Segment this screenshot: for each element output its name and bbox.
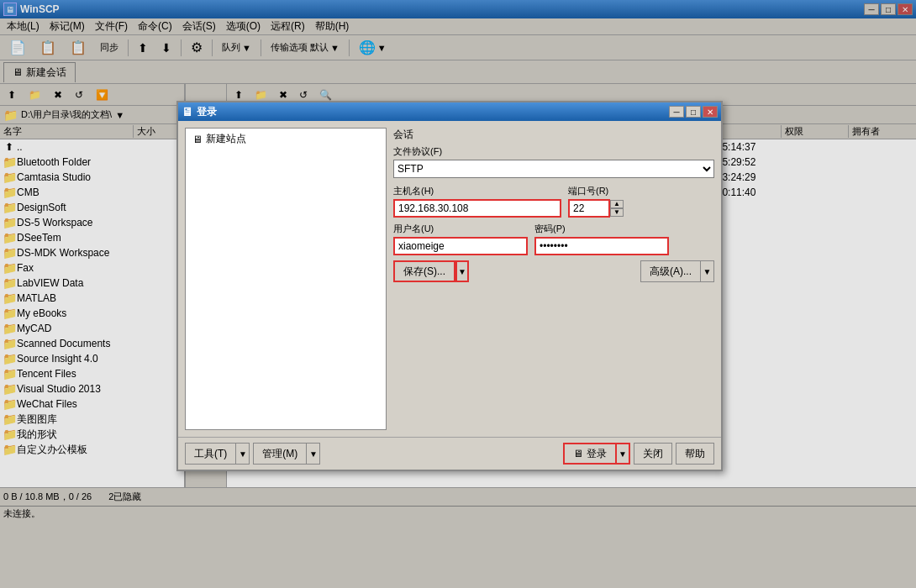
dialog-footer: 工具(T) ▼ 管理(M) ▼ 🖥 登录 ▼ [178, 437, 721, 470]
close-label: 关闭 [643, 447, 663, 461]
save-label: 保存(S)... [403, 265, 445, 279]
site-icon: 🖥 [192, 134, 203, 145]
dialog-icon: 🖥 [182, 105, 193, 118]
user-group: 用户名(U) [393, 223, 528, 255]
help-button[interactable]: 帮助 [676, 443, 714, 465]
port-input-group: ▲ ▼ [568, 199, 624, 218]
login-dropdown[interactable]: ▼ [617, 443, 630, 465]
advanced-dropdown[interactable]: ▼ [701, 260, 714, 282]
help-label: 帮助 [685, 447, 705, 461]
manage-label: 管理(M) [262, 447, 297, 461]
dialog-body: 🖥 新建站点 会话 文件协议(F) SFTP 主机名(H) [178, 121, 721, 437]
dialog-title-bar: 🖥 登录 ─ □ ✕ [178, 102, 721, 121]
dialog-close-btn[interactable]: ✕ [703, 106, 718, 118]
dialog-title-text: 登录 [197, 105, 217, 119]
host-input[interactable] [393, 199, 561, 218]
port-input[interactable] [568, 199, 610, 218]
advanced-group: 高级(A)... ▼ [640, 260, 714, 282]
tools-group: 工具(T) ▼ [185, 443, 250, 465]
footer-left: 工具(T) ▼ 管理(M) ▼ [185, 443, 320, 465]
save-button[interactable]: 保存(S)... [393, 260, 455, 282]
login-button[interactable]: 🖥 登录 [563, 443, 617, 465]
new-site-item[interactable]: 🖥 新建站点 [186, 129, 386, 150]
save-group: 保存(S)... ▼ [393, 260, 469, 282]
port-up[interactable]: ▲ [610, 200, 624, 208]
port-down[interactable]: ▼ [610, 208, 624, 217]
site-label: 新建站点 [206, 132, 246, 146]
login-label: 登录 [587, 447, 607, 461]
host-group: 主机名(H) [393, 185, 561, 218]
protocol-select[interactable]: SFTP [393, 160, 714, 178]
dialog-minimize-btn[interactable]: ─ [669, 106, 684, 118]
manage-group: 管理(M) ▼ [253, 443, 320, 465]
port-spinner: ▲ ▼ [610, 200, 624, 217]
footer-right: 🖥 登录 ▼ 关闭 帮助 [563, 443, 714, 465]
login-group: 🖥 登录 ▼ [563, 443, 630, 465]
host-label: 主机名(H) [393, 185, 561, 197]
dialog-tree: 🖥 新建站点 [185, 128, 387, 430]
tools-button[interactable]: 工具(T) [185, 443, 236, 465]
pass-group: 密码(P) [534, 223, 669, 255]
save-row: 保存(S)... ▼ 高级(A)... ▼ [393, 260, 714, 282]
dialog-maximize-btn[interactable]: □ [686, 106, 701, 118]
host-port-row: 主机名(H) 端口号(R) ▲ ▼ [393, 185, 714, 218]
user-input[interactable] [393, 237, 528, 255]
tools-label: 工具(T) [194, 447, 227, 461]
advanced-label: 高级(A)... [650, 265, 692, 279]
login-dialog: 🖥 登录 ─ □ ✕ 🖥 新建站点 会话 [176, 101, 723, 471]
port-label: 端口号(R) [568, 185, 624, 197]
advanced-button[interactable]: 高级(A)... [640, 260, 701, 282]
manage-button[interactable]: 管理(M) [253, 443, 307, 465]
dialog-settings: 会话 文件协议(F) SFTP 主机名(H) 端口号(R) [393, 128, 714, 430]
port-group: 端口号(R) ▲ ▼ [568, 185, 624, 218]
login-icon: 🖥 [573, 448, 583, 459]
manage-dropdown[interactable]: ▼ [307, 443, 320, 465]
user-label: 用户名(U) [393, 223, 528, 235]
pass-label: 密码(P) [534, 223, 669, 235]
save-dropdown[interactable]: ▼ [455, 260, 469, 282]
pass-input[interactable] [534, 237, 669, 255]
close-dialog-button[interactable]: 关闭 [634, 443, 672, 465]
tools-dropdown[interactable]: ▼ [236, 443, 250, 465]
protocol-label: 文件协议(F) [393, 145, 714, 158]
user-pass-row: 用户名(U) 密码(P) [393, 223, 714, 255]
session-label: 会话 [393, 128, 714, 142]
